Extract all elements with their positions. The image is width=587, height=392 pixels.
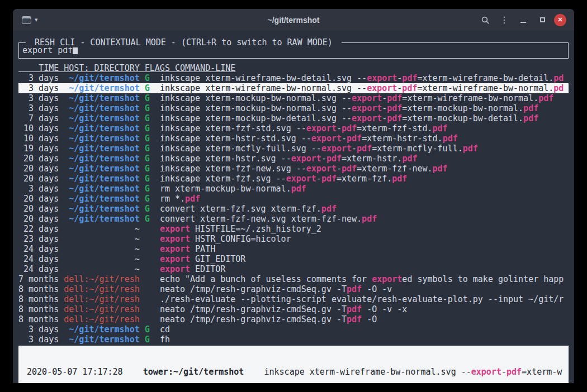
history-row[interactable]: 20 days ~/git/termshot G inkscape xterm-… — [18, 154, 569, 164]
command-text: -O -v -x — [362, 304, 407, 314]
match-highlight: pdf — [523, 103, 538, 113]
history-row[interactable]: 10 days ~/git/termshot G inkscape xterm-… — [18, 133, 569, 144]
history-row[interactable]: 8 months dell:~/git/resh ./resh-evaluate… — [18, 294, 569, 304]
search-box-title: RESH CLI - CONTEXTUAL MODE - (CTRL+R to … — [26, 37, 342, 47]
command-text: - — [337, 123, 342, 133]
minimize-button[interactable] — [516, 13, 531, 27]
row-command: inkscape xterm-mockup-bw-normal.svg --ex… — [160, 93, 553, 103]
search-box[interactable]: RESH CLI - CONTEXTUAL MODE - (CTRL+R to … — [18, 42, 569, 59]
row-flag: G — [145, 194, 150, 204]
history-row[interactable]: 22 days ~ export HISTFILE=~/.zsh_history… — [18, 224, 569, 234]
row-host: ~/git/termshot — [64, 133, 139, 144]
command-text: neato /tmp/resh-graphviz-cmdSeq.gv -T — [160, 284, 347, 294]
row-command: export EDITOR — [160, 264, 225, 274]
command-text: =xterm-mockup-bw-normal. — [402, 103, 523, 113]
row-time: 7 days — [18, 113, 59, 123]
row-time: 8 months — [18, 294, 59, 304]
command-text: - — [352, 144, 357, 154]
history-row[interactable]: 7 months dell:~/git/resh echo "Add a bun… — [18, 274, 569, 284]
history-row[interactable]: 3 days ~/git/termshot G fh — [18, 334, 569, 345]
history-row[interactable]: 8 months dell:~/git/resh neato /tmp/resh… — [18, 284, 569, 294]
kebab-menu-icon: ⋮ — [500, 16, 509, 25]
new-tab-button[interactable]: ▾ — [22, 16, 38, 24]
row-flag: G — [145, 324, 150, 334]
match-highlight: pdf — [347, 284, 362, 294]
command-text: =xterm-wireframe-bw-detail. — [417, 73, 553, 83]
command-text: inkscape xterm-hstr-std.svg -- — [160, 133, 311, 144]
history-row[interactable]: 23 days ~ export HSTR_CONFIG=hicolor — [18, 234, 569, 244]
match-highlight: export — [471, 367, 501, 377]
row-flag — [145, 314, 150, 324]
history-row[interactable]: 20 days ~/git/termshot G inkscape xterm-… — [18, 164, 569, 174]
history-row[interactable]: 3 days ~/git/termshot G rm xterm-mockup-… — [18, 184, 569, 194]
history-row[interactable]: 24 days ~ export PATH — [18, 244, 569, 254]
row-host: ~ — [64, 234, 139, 244]
history-row[interactable]: 24 days ~ export EDITOR — [18, 264, 569, 274]
row-flag: G — [145, 83, 150, 93]
history-row[interactable]: 3 days ~/git/termshot G inkscape xterm-m… — [18, 103, 569, 113]
row-flag — [145, 234, 150, 244]
row-command: cd — [160, 324, 170, 334]
command-text: rm *. — [160, 194, 185, 204]
command-text: - — [382, 93, 387, 103]
command-text: - — [316, 174, 321, 184]
match-highlight: export — [160, 244, 190, 254]
row-command: neato /tmp/resh-graphviz-cmdSeq.gv -Tpdf… — [160, 314, 377, 324]
command-text: inkscape xterm-fzf.svg -- — [160, 174, 286, 184]
row-host: ~/git/termshot — [64, 93, 139, 103]
row-host: ~/git/termshot — [64, 194, 139, 204]
history-row[interactable]: 20 days ~/git/termshot G inkscape xterm-… — [18, 174, 569, 184]
command-text: - — [321, 154, 326, 164]
match-highlight: pdf — [402, 83, 417, 93]
match-highlight: export — [291, 154, 321, 164]
match-highlight: pdf — [523, 113, 538, 123]
row-host: dell:~/git/resh — [64, 284, 139, 294]
row-time: 20 days — [18, 164, 59, 174]
menu-button[interactable]: ⋮ — [497, 13, 512, 27]
restore-button[interactable] — [535, 13, 550, 27]
match-highlight: pdf — [347, 314, 362, 324]
row-flag: G — [145, 154, 150, 164]
history-row[interactable]: 10 days ~/git/termshot G inkscape xterm-… — [18, 123, 569, 133]
history-row[interactable]: 8 months dell:~/git/resh neato /tmp/resh… — [18, 304, 569, 314]
row-time: 8 months — [18, 284, 59, 294]
row-command: convert xterm-fzf-new.svg xterm-fzf-new.… — [160, 214, 377, 224]
history-row[interactable]: 3 days ~/git/termshot G cd — [18, 324, 569, 334]
command-text: inkscape xterm-hstr.svg -- — [160, 154, 291, 164]
history-row[interactable]: 20 days ~/git/termshot G convert xterm-f… — [18, 214, 569, 224]
titlebar[interactable]: ▾ ~/git/termshot ⋮ ✕ — [13, 9, 574, 31]
terminal-icon — [22, 16, 31, 24]
history-row[interactable]: 20 days ~/git/termshot G convert xterm-f… — [18, 204, 569, 214]
match-highlight: export — [367, 73, 397, 83]
search-button[interactable] — [478, 13, 493, 27]
command-text: inkscape xterm-wireframe-bw-normal.svg -… — [264, 367, 471, 377]
command-text: rm xterm-mockup-bw-normal. — [160, 184, 291, 194]
history-row[interactable]: 19 days ~/git/termshot G inkscape xterm-… — [18, 144, 569, 154]
row-flag — [145, 294, 150, 304]
row-time: 3 days — [18, 184, 59, 194]
row-flag: G — [145, 103, 150, 113]
history-header: TIME HOST: DIRECTORY FLAGS COMMAND-LINE — [18, 63, 569, 73]
history-row[interactable]: 3 days ~/git/termshot G inkscape xterm-w… — [18, 83, 569, 93]
match-highlight: export — [352, 113, 382, 123]
row-flag: G — [145, 174, 150, 184]
row-host: ~/git/termshot — [64, 334, 139, 345]
row-command: neato /tmp/resh-graphviz-cmdSeq.gv -Tpdf… — [160, 284, 392, 294]
row-command: inkscape xterm-mcfly-full.svg --export-p… — [160, 144, 478, 154]
row-host: ~/git/termshot — [64, 184, 139, 194]
match-highlight: pdf — [347, 133, 362, 144]
close-button[interactable]: ✕ — [554, 14, 566, 26]
terminal-body: RESH CLI - CONTEXTUAL MODE - (CTRL+R to … — [13, 31, 574, 383]
history-row[interactable]: 3 days ~/git/termshot G inkscape xterm-m… — [18, 93, 569, 103]
history-row[interactable]: 3 days ~/git/termshot G inkscape xterm-w… — [18, 73, 569, 83]
row-time: 20 days — [18, 214, 59, 224]
history-row[interactable]: 8 months dell:~/git/resh neato /tmp/resh… — [18, 314, 569, 324]
history-row[interactable]: 7 days ~/git/termshot G inkscape xterm-m… — [18, 113, 569, 123]
command-text: inkscape xterm-wireframe-bw-detail.svg -… — [160, 73, 367, 83]
history-row[interactable]: 24 days ~ export GIT_EDITOR — [18, 254, 569, 264]
row-command: inkscape xterm-fzf.svg --export-pdf=xter… — [160, 174, 408, 184]
command-text: =xterm-fzf. — [337, 174, 392, 184]
row-time: 3 days — [18, 83, 59, 93]
history-row[interactable]: 20 days ~/git/termshot G rm *.pdf — [18, 194, 569, 204]
row-flag — [145, 224, 150, 234]
